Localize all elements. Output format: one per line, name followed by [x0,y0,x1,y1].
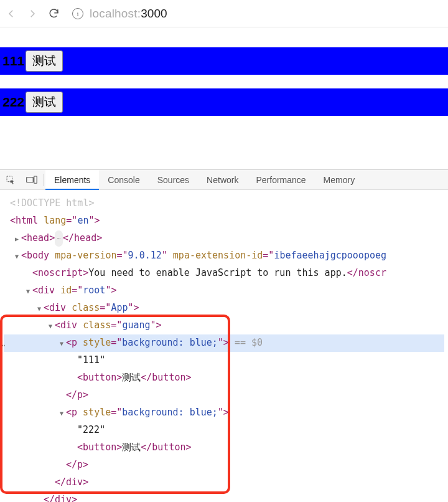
svg-rect-1 [27,177,34,182]
dom-tree[interactable]: <!DOCTYPE html> <html lang="en"> ▶<head>… [0,190,448,502]
forward-button[interactable] [26,7,39,20]
dom-line[interactable]: "222" [4,422,444,439]
url-text: localhost:3000 [90,7,167,21]
dom-line[interactable]: ▶<head>⋯</head> [4,230,444,247]
dom-line[interactable]: ▼<body mpa-version="9.0.12" mpa-extensio… [4,247,444,265]
dom-line[interactable]: <!DOCTYPE html> [4,195,444,212]
browser-toolbar: i localhost:3000 [0,0,448,27]
tab-sources[interactable]: Sources [149,170,198,190]
device-toggle-icon[interactable] [21,170,42,190]
dom-line[interactable]: <button>测试</button> [4,439,444,457]
tab-performance[interactable]: Performance [247,170,314,190]
tab-console[interactable]: Console [99,170,148,190]
separator [44,174,44,186]
dom-line[interactable]: ▼<p style="background: blue;"> [4,404,444,422]
dom-line[interactable]: </div> [4,491,444,502]
test-button[interactable]: 测试 [26,92,63,113]
inspect-element-icon[interactable] [0,170,21,190]
devtools-tabbar: Elements Console Sources Network Perform… [0,170,448,190]
site-info-icon[interactable]: i [72,8,83,19]
dom-line[interactable]: <html lang="en"> [4,212,444,230]
row-text: 222 [2,95,24,110]
tab-network[interactable]: Network [198,170,247,190]
dom-line[interactable]: </p> [4,457,444,474]
devtools-panel: Elements Console Sources Network Perform… [0,169,448,502]
page-viewport: 111 测试 222 测试 [0,27,448,116]
content-row: 222 测试 [0,88,448,116]
dom-line[interactable]: </p> [4,387,444,404]
content-row: 111 测试 [0,47,448,75]
dom-line[interactable]: <button>测试</button> [4,369,444,387]
svg-rect-2 [34,176,37,183]
dom-line[interactable]: ▼<div class="App"> [4,300,444,317]
dom-line[interactable]: <noscript>You need to enable JavaScript … [4,265,444,282]
dom-line[interactable]: ▼<div class="guang"> [4,317,444,334]
reload-button[interactable] [47,7,60,20]
tab-elements[interactable]: Elements [45,170,99,190]
tab-memory[interactable]: Memory [315,170,364,190]
address-bar[interactable]: i localhost:3000 [68,7,443,21]
back-button[interactable] [5,7,17,20]
dom-line-selected[interactable]: ⋯▼<p style="background: blue;"> == $0 [4,334,444,352]
dom-line[interactable]: </div> [4,474,444,491]
row-text: 111 [2,54,24,69]
dom-line[interactable]: ▼<div id="root"> [4,282,444,300]
dom-line[interactable]: "111" [4,352,444,369]
test-button[interactable]: 测试 [26,50,63,72]
